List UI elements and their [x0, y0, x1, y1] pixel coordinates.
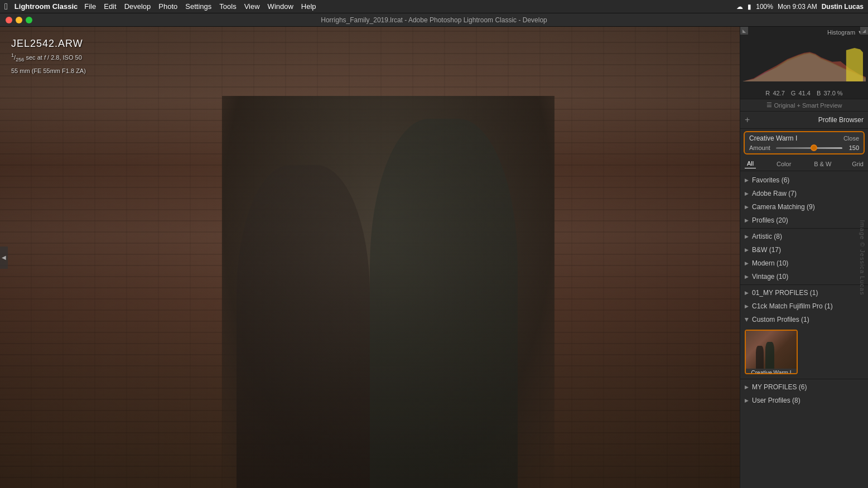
- chevron-right-icon: ▶: [745, 384, 749, 390]
- adobe-raw-label: Adobe Raw (7): [752, 190, 797, 197]
- profile-group-adobe-raw: ▶ Adobe Raw (7): [740, 187, 868, 200]
- user-name: Dustin Lucas: [822, 3, 864, 11]
- close-button[interactable]: [6, 17, 12, 23]
- c1ck-label: C1ck Match Fujifilm Pro (1): [752, 302, 833, 310]
- divider-2: [740, 284, 868, 285]
- profile-thumb-creative-warm[interactable]: Creative Warm I: [745, 330, 798, 374]
- minimize-button[interactable]: [16, 17, 22, 23]
- r-value: 42.7: [773, 90, 784, 96]
- profile-group-user-profiles-header[interactable]: ▶ User Profiles (8): [740, 394, 868, 407]
- histogram-section: Histogram ▼ ◣ ◢ R 42.7 G: [740, 27, 868, 99]
- chevron-right-icon: ▶: [745, 234, 749, 239]
- smart-preview-label: Original + Smart Preview: [774, 102, 842, 109]
- menu-window[interactable]: Window: [268, 2, 293, 11]
- left-panel-toggle[interactable]: ◀: [0, 247, 8, 269]
- active-profile-name: Creative Warm I: [749, 134, 797, 142]
- tab-color[interactable]: Color: [774, 160, 793, 168]
- profile-thumb-label: Creative Warm I: [746, 369, 797, 374]
- exif-focal: 55 mm (FE 55mm F1.8 ZA): [11, 66, 86, 76]
- clock: Mon 9:03 AM: [778, 3, 817, 11]
- wifi-icon: ☁: [736, 3, 743, 11]
- profile-group-custom: ▶ Custom Profiles (1) Creative: [740, 313, 868, 378]
- smart-preview-icon: ☰: [766, 102, 772, 109]
- profile-group-my-profiles-bottom-header[interactable]: ▶ MY PROFILES (6): [740, 380, 868, 394]
- tab-all[interactable]: All: [745, 159, 756, 168]
- menu-view[interactable]: View: [244, 2, 260, 11]
- profile-group-vintage: ▶ Vintage (10): [740, 270, 868, 283]
- menu-help[interactable]: Help: [301, 2, 316, 11]
- profile-group-profiles: ▶ Profiles (20): [740, 214, 868, 227]
- menu-settings[interactable]: Settings: [185, 2, 211, 11]
- active-profile-name-row: Creative Warm I Close: [749, 134, 859, 142]
- modern-label: Modern (10): [752, 259, 788, 267]
- chevron-right-icon: ▶: [745, 398, 749, 403]
- profile-browser-plus[interactable]: +: [745, 115, 750, 125]
- divider-1: [740, 228, 868, 229]
- menu-tools[interactable]: Tools: [219, 2, 236, 11]
- profile-group-my-profiles-header[interactable]: ▶ 01_MY PROFILES (1): [740, 286, 868, 299]
- rgb-values: R 42.7 G 41.4 B 37.0 %: [740, 90, 868, 96]
- amount-slider[interactable]: [776, 147, 842, 149]
- g-label: G: [791, 90, 796, 96]
- window-title: Horrighs_Family_2019.lrcat - Adobe Photo…: [321, 16, 547, 24]
- menu-items: File Edit Develop Photo Settings Tools V…: [84, 2, 316, 11]
- tab-bw[interactable]: B & W: [812, 160, 833, 168]
- profile-group-modern-header[interactable]: ▶ Modern (10): [740, 257, 868, 270]
- my-profiles-bottom-label: MY PROFILES (6): [752, 383, 807, 391]
- maximize-button[interactable]: [26, 17, 32, 23]
- profile-group-artistic-header[interactable]: ▶ Artistic (8): [740, 230, 868, 243]
- favorites-label: Favorites (6): [752, 176, 789, 184]
- profile-group-user-profiles: ▶ User Profiles (8): [740, 394, 868, 407]
- vintage-label: Vintage (10): [752, 273, 788, 281]
- profile-list: ▶ Favorites (6) ▶ Adobe Raw (7) ▶ Camera…: [740, 171, 868, 409]
- shadow-clipping-icon[interactable]: ◣: [740, 27, 748, 35]
- r-label: R: [765, 90, 770, 96]
- custom-profiles-header[interactable]: ▶ Custom Profiles (1): [740, 313, 868, 326]
- filter-tabs: All Color B & W Grid: [740, 157, 868, 171]
- menu-file[interactable]: File: [84, 2, 96, 11]
- profile-group-c1ck-header[interactable]: ▶ C1ck Match Fujifilm Pro (1): [740, 299, 868, 313]
- menu-photo[interactable]: Photo: [158, 2, 177, 11]
- g-value: 41.4: [798, 90, 810, 96]
- filename: JEL2542.ARW: [11, 38, 86, 50]
- menu-develop[interactable]: Develop: [124, 2, 151, 11]
- profile-group-favorites: ▶ Favorites (6): [740, 173, 868, 187]
- amount-row: Amount 150: [749, 144, 859, 151]
- chevron-right-icon: ▶: [745, 290, 749, 296]
- chevron-right-icon: ▶: [745, 204, 749, 210]
- profile-group-vintage-header[interactable]: ▶ Vintage (10): [740, 270, 868, 283]
- profile-group-camera-matching-header[interactable]: ▶ Camera Matching (9): [740, 200, 868, 214]
- battery-icon: ▮: [748, 3, 751, 11]
- profile-group-adobe-raw-header[interactable]: ▶ Adobe Raw (7): [740, 187, 868, 200]
- chevron-right-icon: ▶: [745, 303, 749, 309]
- camera-matching-label: Camera Matching (9): [752, 203, 815, 211]
- custom-profiles-grid: Creative Warm I: [740, 326, 868, 378]
- photo-area: JEL2542.ARW 1/256 sec at f / 2.8, ISO 50…: [0, 27, 740, 488]
- profile-group-profiles-header[interactable]: ▶ Profiles (20): [740, 214, 868, 227]
- profile-browser-header: + Profile Browser: [740, 112, 868, 129]
- amount-slider-thumb: [811, 144, 817, 151]
- traffic-lights: [6, 17, 32, 23]
- panel-scroll[interactable]: ▶ Favorites (6) ▶ Adobe Raw (7) ▶ Camera…: [740, 171, 868, 488]
- battery-level: 100%: [756, 3, 773, 11]
- bw-label: B&W (17): [752, 246, 781, 254]
- user-profiles-label: User Profiles (8): [752, 397, 801, 404]
- profile-group-modern: ▶ Modern (10): [740, 257, 868, 270]
- titlebar: Horrighs_Family_2019.lrcat - Adobe Photo…: [0, 13, 868, 27]
- menu-edit[interactable]: Edit: [104, 2, 116, 11]
- b-label: B: [817, 90, 821, 96]
- profile-group-favorites-header[interactable]: ▶ Favorites (6): [740, 173, 868, 187]
- profile-group-bw: ▶ B&W (17): [740, 243, 868, 257]
- menubar:  Lightroom Classic File Edit Develop Ph…: [0, 0, 868, 13]
- profile-group-bw-header[interactable]: ▶ B&W (17): [740, 243, 868, 257]
- divider-3: [740, 379, 868, 379]
- apple-icon: : [4, 2, 8, 12]
- chevron-right-icon: ▶: [745, 274, 749, 279]
- chevron-down-icon: ▶: [744, 318, 750, 322]
- profile-group-my-profiles: ▶ 01_MY PROFILES (1): [740, 286, 868, 299]
- profile-group-c1ck: ▶ C1ck Match Fujifilm Pro (1): [740, 299, 868, 313]
- histogram-chart: [742, 37, 866, 81]
- chevron-right-icon: ▶: [745, 177, 749, 183]
- chevron-right-icon: ▶: [745, 260, 749, 266]
- chevron-right-icon: ▶: [745, 218, 749, 223]
